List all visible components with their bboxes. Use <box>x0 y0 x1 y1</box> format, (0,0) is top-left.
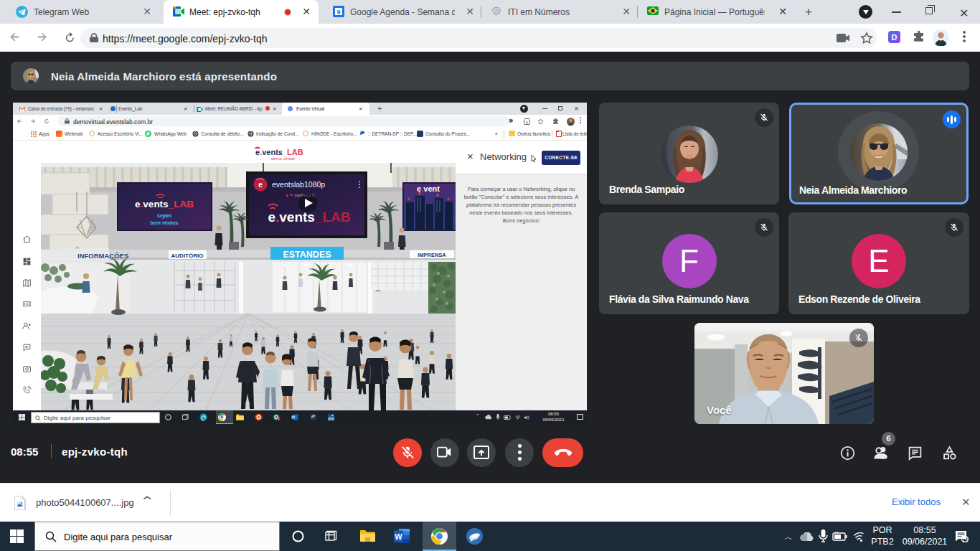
svg-text:2: 2 <box>278 418 280 420</box>
svg-text:e.vents_LAB: e.vents_LAB <box>135 199 194 209</box>
svg-text:bem vindos: bem vindos <box>151 220 179 225</box>
svg-text:eventslab1080p: eventslab1080p <box>272 180 325 189</box>
svg-text:a: a <box>526 120 528 124</box>
svg-text:AUDITÓRIO: AUDITÓRIO <box>171 253 204 259</box>
svg-text:INFORMAÇÕES: INFORMAÇÕES <box>77 252 128 260</box>
svg-text:e.vent: e.vent <box>417 184 440 193</box>
svg-text:e: e <box>258 181 263 189</box>
svg-text:W: W <box>395 532 402 541</box>
svg-text:IMPRENSA: IMPRENSA <box>418 252 446 258</box>
svg-text:sejam: sejam <box>157 213 171 219</box>
svg-text:ESTANDES: ESTANDES <box>283 250 331 260</box>
svg-text:9: 9 <box>336 9 340 16</box>
svg-text:19: 19 <box>962 537 968 543</box>
svg-text:D: D <box>892 33 897 42</box>
